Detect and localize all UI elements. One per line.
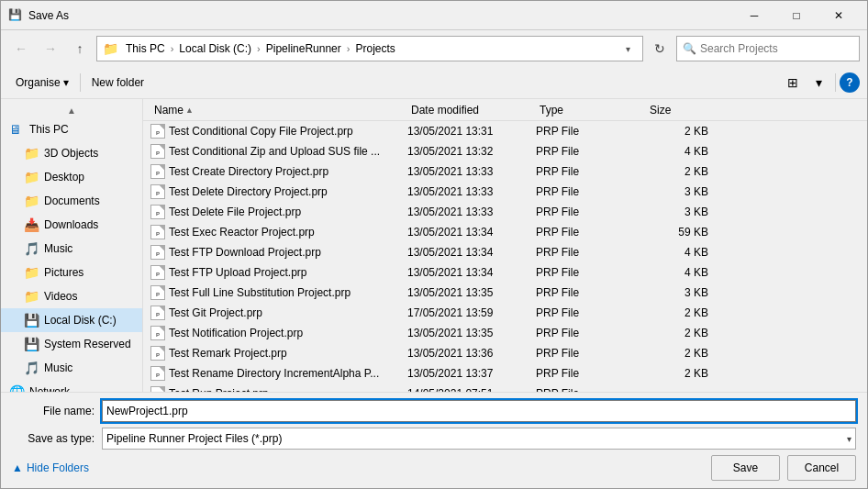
sidebar-scroll-up[interactable]: ▲ [1, 103, 142, 117]
col-header-date[interactable]: Date modified [407, 104, 536, 117]
filename-label: File name: [12, 405, 95, 417]
address-dropdown-button[interactable]: ▾ [618, 37, 637, 61]
table-row[interactable]: P Test Rename Directory IncrementAlpha P… [143, 363, 867, 383]
sidebar-desktop-label: Desktop [44, 171, 84, 183]
sidebar-item-videos[interactable]: 📁 Videos [1, 284, 142, 308]
maximize-button[interactable]: □ [775, 1, 818, 30]
save-button[interactable]: Save [711, 455, 780, 481]
table-row[interactable]: P Test Notification Project.prp 13/05/20… [143, 323, 867, 343]
sidebar-3d-label: 3D Objects [44, 147, 98, 160]
organise-button[interactable]: Organise ▾ [8, 71, 76, 94]
new-folder-label: New folder [92, 76, 144, 89]
col-header-name[interactable]: Name ▲ [150, 104, 407, 117]
file-list[interactable]: P Test Conditional Copy File Project.prp… [143, 121, 867, 392]
sidebar-network-label: Network [29, 385, 70, 392]
save-as-dialog: 💾 Save As ─ □ ✕ ← → ↑ 📁 This PC › Local … [0, 0, 868, 489]
computer-icon: 🖥 [9, 122, 24, 137]
path-pipeline-runner[interactable]: PipelineRunner [262, 40, 345, 57]
dialog-icon: 💾 [8, 8, 23, 23]
sort-arrow-name: ▲ [185, 106, 194, 115]
hide-folders-button[interactable]: ▲ Hide Folders [12, 461, 89, 474]
prp-file-icon: P [150, 124, 165, 139]
network-icon: 🌐 [9, 384, 24, 392]
sidebar-item-system-reserved[interactable]: 💾 System Reserved [1, 332, 142, 356]
col-header-type[interactable]: Type [536, 104, 646, 117]
action-buttons: Save Cancel [711, 455, 856, 481]
prp-file-icon: P [150, 205, 165, 219]
back-button[interactable]: ← [8, 36, 34, 61]
search-box[interactable]: 🔍 [676, 36, 860, 61]
view-dropdown-button[interactable]: ▾ [806, 71, 831, 94]
path-projects[interactable]: Projects [351, 40, 398, 57]
sidebar-item-local-disk[interactable]: 💾 Local Disk (C:) [1, 308, 142, 332]
file-size: 59 KB [646, 226, 719, 239]
file-date: 13/05/2021 13:35 [407, 286, 536, 299]
sidebar-item-this-pc[interactable]: 🖥 This PC [1, 117, 142, 141]
file-date: 13/05/2021 13:31 [407, 125, 536, 138]
file-type: PRP File [536, 226, 646, 239]
sidebar-documents-label: Documents [44, 194, 100, 207]
prp-file-icon: P [150, 225, 165, 239]
sidebar-item-music2[interactable]: 🎵 Music [1, 356, 142, 380]
refresh-button[interactable]: ↻ [647, 36, 673, 61]
search-input[interactable] [700, 42, 853, 55]
sidebar-item-network[interactable]: 🌐 Network [1, 380, 142, 392]
bottom-area: File name: Save as type: Pipeline Runner… [1, 392, 867, 488]
cancel-button[interactable]: Cancel [787, 455, 856, 481]
table-row[interactable]: P Test Run Project.prp 14/05/2021 07:51 … [143, 383, 867, 392]
file-name: Test Full Line Substitution Project.prp [169, 286, 351, 299]
file-size: 4 KB [646, 145, 719, 158]
table-row[interactable]: P Test Delete Directory Project.prp 13/0… [143, 182, 867, 202]
new-folder-button[interactable]: New folder [84, 71, 151, 94]
organise-label: Organise [16, 76, 61, 89]
file-size: 2 KB [646, 327, 719, 339]
table-row[interactable]: P Test Git Project.prp 17/05/2021 13:59 … [143, 303, 867, 323]
save-as-type-value: Pipeline Runner Project Files (*.prp) [106, 432, 847, 445]
up-button[interactable]: ↑ [67, 36, 93, 61]
file-type: PRP File [536, 367, 646, 380]
sidebar-item-pictures[interactable]: 📁 Pictures [1, 261, 142, 284]
prp-file-icon: P [150, 184, 165, 199]
table-row[interactable]: P Test Full Line Substitution Project.pr… [143, 283, 867, 303]
table-row[interactable]: P Test Create Directory Project.prp 13/0… [143, 161, 867, 182]
sidebar-item-3d-objects[interactable]: 📁 3D Objects [1, 141, 142, 165]
table-row[interactable]: P Test Conditional Zip and Upload SUS fi… [143, 141, 867, 161]
table-row[interactable]: P Test Delete File Project.prp 13/05/202… [143, 202, 867, 222]
minimize-button[interactable]: ─ [733, 1, 775, 30]
hide-folders-label: Hide Folders [27, 461, 89, 474]
file-area: Name ▲ Date modified Type Size [143, 99, 867, 392]
sidebar-music-label: Music [44, 242, 72, 255]
sidebar-item-downloads[interactable]: 📥 Downloads [1, 213, 142, 237]
folder-icon-pictures: 📁 [24, 265, 39, 280]
filename-input[interactable] [102, 400, 856, 422]
file-size: 2 KB [646, 347, 719, 360]
help-button[interactable]: ? [840, 72, 860, 93]
file-name: Test Delete Directory Project.prp [169, 185, 328, 198]
save-as-type-wrapper[interactable]: Pipeline Runner Project Files (*.prp) ▾ [102, 428, 856, 450]
table-row[interactable]: P Test Remark Project.prp 13/05/2021 13:… [143, 343, 867, 363]
sidebar-item-documents[interactable]: 📁 Documents [1, 189, 142, 213]
sidebar-item-desktop[interactable]: 📁 Desktop [1, 165, 142, 189]
col-header-size[interactable]: Size [646, 104, 719, 117]
table-row[interactable]: P Test FTP Download Project.prp 13/05/20… [143, 242, 867, 262]
toolbar: Organise ▾ New folder ⊞ ▾ ? [1, 67, 867, 99]
file-type: PRP File [536, 165, 646, 178]
address-bar[interactable]: 📁 This PC › Local Disk (C:) › PipelineRu… [96, 36, 643, 61]
file-date: 17/05/2021 13:59 [407, 306, 536, 319]
file-type: PRP File [536, 306, 646, 319]
sidebar-item-music[interactable]: 🎵 Music [1, 237, 142, 261]
prp-file-icon: P [150, 245, 165, 260]
table-row[interactable]: P Test Exec Reactor Project.prp 13/05/20… [143, 222, 867, 242]
forward-button[interactable]: → [38, 36, 63, 61]
prp-file-icon: P [150, 144, 165, 159]
table-row[interactable]: P Test FTP Upload Project.prp 13/05/2021… [143, 262, 867, 283]
close-button[interactable]: ✕ [818, 1, 860, 30]
file-date: 13/05/2021 13:37 [407, 367, 536, 380]
path-local-disk[interactable]: Local Disk (C:) [175, 40, 255, 57]
table-row[interactable]: P Test Conditional Copy File Project.prp… [143, 121, 867, 141]
file-name: Test Remark Project.prp [169, 347, 287, 360]
view-toggle-button[interactable]: ⊞ [780, 71, 806, 94]
file-name: Test Notification Project.prp [169, 327, 303, 339]
path-this-pc[interactable]: This PC [122, 40, 169, 57]
file-size: 3 KB [646, 185, 719, 198]
